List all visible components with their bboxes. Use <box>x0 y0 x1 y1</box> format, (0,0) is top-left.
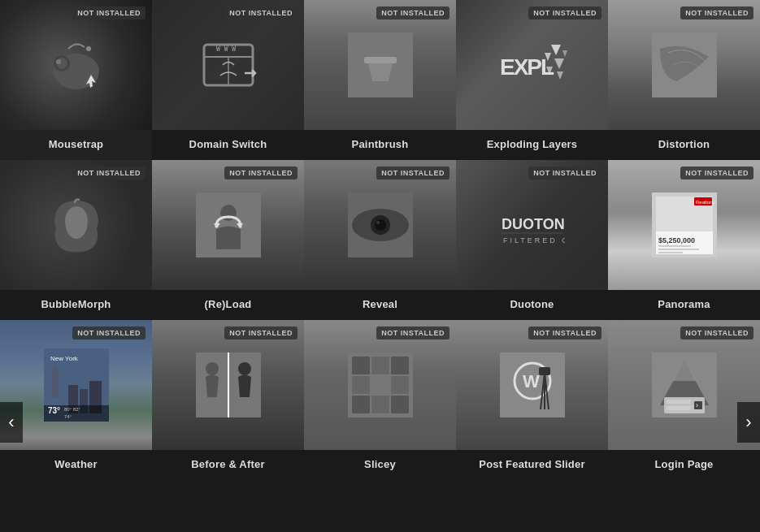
plugin-item-mousetrap[interactable]: NOT INSTALLED Mousetrap <box>0 0 152 160</box>
svg-marker-13 <box>557 71 563 80</box>
svg-rect-34 <box>658 252 683 253</box>
plugin-name-reload: (Re)Load <box>205 298 252 310</box>
plugin-item-before-after[interactable]: NOT INSTALLED Before & After <box>152 320 304 480</box>
svg-rect-68 <box>539 367 550 375</box>
plugin-name-exploding-layers: Exploding Layers <box>487 138 578 150</box>
plugin-name-bubblemorph: BubbleMorph <box>41 298 111 310</box>
svg-rect-61 <box>391 396 409 413</box>
plugin-thumb-bubblemorph: NOT INSTALLED <box>0 160 152 290</box>
plugin-thumb-mousetrap: NOT INSTALLED <box>0 0 152 130</box>
plugin-thumb-duotone: NOT INSTALLED DUOTONE FILTERED ON <box>456 160 608 290</box>
plugin-item-panorama[interactable]: NOT INSTALLED $5,250,000 Realtors Panora… <box>608 160 760 320</box>
plugin-item-domain-switch[interactable]: NOT INSTALLED W W W Domain Switch <box>152 0 304 160</box>
svg-rect-58 <box>391 376 409 394</box>
svg-point-25 <box>376 221 380 224</box>
svg-text:DUOTONE: DUOTONE <box>502 216 565 232</box>
plugin-name-panorama: Panorama <box>658 298 710 310</box>
svg-text:New York: New York <box>50 355 79 362</box>
plugin-name-post-featured-slider: Post Featured Slider <box>479 458 584 470</box>
plugin-icon-bubblemorph <box>0 160 152 290</box>
not-installed-badge-paintbrush: NOT INSTALLED <box>376 6 449 19</box>
plugin-item-duotone[interactable]: NOT INSTALLED DUOTONE FILTERED ON Duoton… <box>456 160 608 320</box>
svg-rect-59 <box>352 396 370 413</box>
svg-text:EXPL: EXPL <box>500 54 554 80</box>
plugin-item-reveal[interactable]: NOT INSTALLED Reveal <box>304 160 456 320</box>
svg-text:Realtors: Realtors <box>696 200 714 205</box>
not-installed-badge-distortion: NOT INSTALLED <box>680 6 753 19</box>
not-installed-badge-before-after: NOT INSTALLED <box>224 327 297 340</box>
not-installed-badge-duotone: NOT INSTALLED <box>528 167 601 179</box>
not-installed-badge-slicey: NOT INSTALLED <box>376 327 449 340</box>
plugin-item-distortion[interactable]: NOT INSTALLED Distortion <box>608 0 760 160</box>
not-installed-badge-panorama: NOT INSTALLED <box>680 167 753 179</box>
svg-marker-15 <box>562 50 567 57</box>
svg-rect-57 <box>371 376 389 394</box>
plugin-thumb-exploding-layers: NOT INSTALLED EXPL <box>456 0 608 130</box>
plugin-item-login-page[interactable]: NOT INSTALLED › Login Page <box>608 320 760 480</box>
plugin-thumb-slicey: NOT INSTALLED <box>304 320 456 450</box>
svg-rect-54 <box>371 357 389 374</box>
plugin-item-exploding-layers[interactable]: NOT INSTALLED EXPL Exploding Layers <box>456 0 608 160</box>
plugin-name-paintbrush: Paintbrush <box>352 138 409 150</box>
svg-text:›: › <box>696 401 698 409</box>
svg-rect-73 <box>667 400 691 404</box>
plugin-icon-distortion <box>608 0 760 130</box>
not-installed-badge-login-page: NOT INSTALLED <box>680 327 753 340</box>
plugin-icon-paintbrush <box>304 0 456 130</box>
not-installed-badge-mousetrap: NOT INSTALLED <box>72 6 145 19</box>
plugin-thumb-distortion: NOT INSTALLED <box>608 0 760 130</box>
plugin-thumb-reload: NOT INSTALLED <box>152 160 304 290</box>
svg-text:74°: 74° <box>64 414 72 419</box>
svg-rect-53 <box>352 357 370 374</box>
plugin-item-reload[interactable]: NOT INSTALLED (Re)Load <box>152 160 304 320</box>
not-installed-badge-exploding-layers: NOT INSTALLED <box>528 6 601 19</box>
plugin-name-login-page: Login Page <box>654 458 713 470</box>
next-nav-button[interactable]: › <box>737 402 760 443</box>
plugin-thumb-before-after: NOT INSTALLED <box>152 320 304 450</box>
plugin-name-distortion: Distortion <box>658 138 710 150</box>
not-installed-badge-post-featured-slider: NOT INSTALLED <box>528 327 601 340</box>
plugin-icon-post-featured-slider: W <box>456 320 608 450</box>
plugin-item-paintbrush[interactable]: NOT INSTALLED Paintbrush <box>304 0 456 160</box>
svg-text:W: W <box>523 371 540 391</box>
svg-rect-56 <box>352 376 370 394</box>
svg-rect-74 <box>667 406 691 410</box>
prev-nav-button[interactable]: ‹ <box>0 402 23 443</box>
plugin-grid: NOT INSTALLED MousetrapNOT INSTALLED W W… <box>0 0 760 480</box>
svg-text:W W W: W W W <box>216 45 236 53</box>
svg-text:73°: 73° <box>48 406 60 415</box>
svg-point-50 <box>206 362 219 375</box>
svg-point-3 <box>56 59 61 64</box>
plugin-thumb-weather: NOT INSTALLED 73° 80° 82° 74° New York <box>0 320 152 450</box>
plugin-icon-reveal <box>304 160 456 290</box>
svg-rect-33 <box>658 249 699 250</box>
plugin-thumb-domain-switch: NOT INSTALLED W W W <box>152 0 304 130</box>
plugin-icon-weather: 73° 80° 82° 74° New York <box>0 320 152 450</box>
not-installed-badge-weather: NOT INSTALLED <box>72 327 145 340</box>
plugin-thumb-post-featured-slider: NOT INSTALLED W <box>456 320 608 450</box>
plugin-name-reveal: Reveal <box>363 298 397 310</box>
svg-point-51 <box>238 362 251 375</box>
plugin-icon-duotone: DUOTONE FILTERED ON <box>456 160 608 290</box>
svg-rect-32 <box>658 245 691 247</box>
plugin-icon-mousetrap <box>0 0 152 130</box>
plugin-thumb-reveal: NOT INSTALLED <box>304 160 456 290</box>
plugin-icon-exploding-layers: EXPL <box>456 0 608 130</box>
plugin-item-bubblemorph[interactable]: NOT INSTALLED BubbleMorph <box>0 160 152 320</box>
plugin-icon-domain-switch: W W W <box>152 0 304 130</box>
plugin-name-before-after: Before & After <box>191 458 264 470</box>
plugin-name-mousetrap: Mousetrap <box>49 138 104 150</box>
plugin-item-slicey[interactable]: NOT INSTALLED Slicey <box>304 320 456 480</box>
svg-text:80° 82°: 80° 82° <box>64 407 80 412</box>
svg-rect-8 <box>364 57 397 63</box>
plugin-name-domain-switch: Domain Switch <box>189 138 267 150</box>
plugin-icon-slicey <box>304 320 456 450</box>
plugin-item-post-featured-slider[interactable]: NOT INSTALLED W Post Featured Slider <box>456 320 608 480</box>
svg-text:$5,250,000: $5,250,000 <box>658 236 695 244</box>
not-installed-badge-domain-switch: NOT INSTALLED <box>224 6 297 19</box>
not-installed-badge-reveal: NOT INSTALLED <box>376 167 449 179</box>
plugin-item-weather[interactable]: NOT INSTALLED 73° 80° 82° 74° New York W… <box>0 320 152 480</box>
not-installed-badge-bubblemorph: NOT INSTALLED <box>72 167 145 179</box>
plugin-thumb-paintbrush: NOT INSTALLED <box>304 0 456 130</box>
plugin-icon-before-after <box>152 320 304 450</box>
